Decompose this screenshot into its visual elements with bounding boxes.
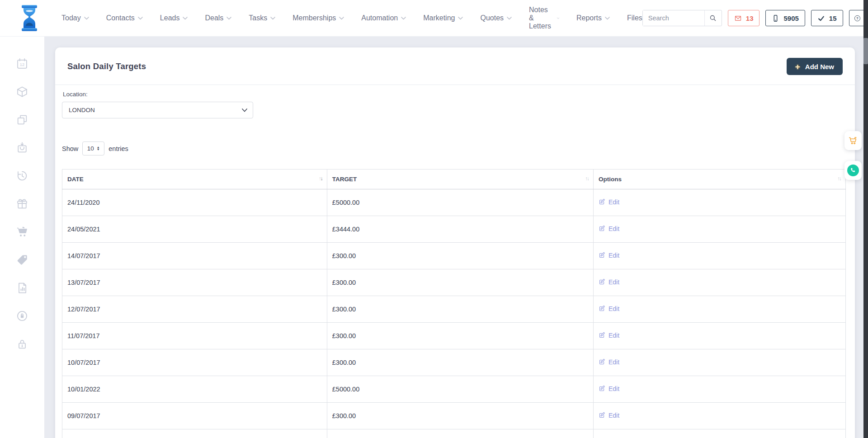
table-row: 09/07/2017 £300.00 Edit (62, 403, 846, 429)
app-logo-icon (20, 5, 39, 32)
calendar-icon[interactable]: 12 (16, 57, 28, 70)
edit-link[interactable]: Edit (599, 385, 619, 392)
tasks-count: 15 (829, 14, 837, 22)
nav-item-notes-letters[interactable]: Notes & Letters (529, 6, 559, 30)
targets-table-body: 24/11/2020 £5000.00 Edit 24/05/2021 £344… (62, 189, 846, 438)
target-cell: £300.00 (327, 296, 593, 323)
nav-item-automation[interactable]: Automation (361, 14, 406, 22)
edit-icon (599, 198, 605, 205)
edit-link[interactable]: Edit (599, 225, 619, 232)
top-header: Today Contacts Leads Deals Tasks Members… (0, 0, 863, 37)
nav-item-files[interactable]: Files (627, 14, 642, 22)
add-new-button[interactable]: + Add New (787, 58, 843, 75)
column-header-options[interactable]: Options ↑↓ (593, 170, 845, 189)
edit-icon (599, 305, 605, 312)
spinner-icon: ▲▼ (97, 146, 100, 151)
edit-icon (599, 412, 605, 419)
entries-length-control: Show 10 ▲▼ entries (62, 141, 846, 155)
header-actions: 13 5905 15 ? LONDON SUPPORT (642, 8, 868, 28)
mail-icon (734, 14, 742, 22)
account-lock-icon[interactable] (16, 310, 28, 322)
floating-cart-button[interactable] (844, 131, 862, 150)
floating-phone-button[interactable] (844, 161, 862, 180)
cart-icon (848, 136, 858, 146)
date-cell: 24/05/2021 (62, 216, 327, 243)
edit-link[interactable]: Edit (599, 332, 619, 339)
target-cell: £300.00 (327, 323, 593, 349)
options-cell: Edit (593, 216, 845, 243)
nav-item-deals[interactable]: Deals (205, 14, 231, 22)
cart-icon[interactable] (16, 226, 28, 238)
table-row: 10/07/2017 £300.00 Edit (62, 349, 846, 376)
edit-link[interactable]: Edit (599, 278, 619, 286)
options-cell: Edit (593, 403, 845, 429)
date-cell: 10/01/2022 (62, 376, 327, 403)
edit-icon (599, 252, 605, 259)
table-row: 14/07/2017 £300.00 Edit (62, 243, 846, 269)
date-cell: 09/01/2022 (62, 429, 327, 438)
nav-item-leads[interactable]: Leads (160, 14, 188, 22)
package-icon[interactable] (16, 85, 28, 98)
sidebar: 12 (0, 37, 44, 438)
nav-item-today[interactable]: Today (61, 14, 89, 22)
options-cell: Edit (593, 349, 845, 376)
entries-select[interactable]: 10 ▲▼ (82, 141, 104, 155)
date-cell: 24/11/2020 (62, 189, 327, 216)
column-header-target[interactable]: TARGET ↑↓ (327, 170, 593, 189)
mail-badge[interactable]: 13 (728, 10, 760, 26)
salon-daily-targets-card: Salon Daily Targets + Add New Location: … (55, 47, 855, 438)
sort-icon: ↑↓ (585, 176, 589, 181)
phone-icon (847, 165, 859, 176)
page-scrollbar[interactable] (863, 0, 868, 438)
table-row: 24/05/2021 £3444.00 Edit (62, 216, 846, 243)
main-nav: Today Contacts Leads Deals Tasks Members… (61, 6, 642, 30)
options-cell: Edit (593, 376, 845, 403)
options-cell: Edit (593, 189, 845, 216)
search-button[interactable] (704, 10, 722, 26)
column-header-date[interactable]: DATE ↑↓ (62, 170, 327, 189)
edit-link[interactable]: Edit (599, 412, 619, 419)
location-label: Location: (63, 91, 846, 98)
edit-link[interactable]: Edit (599, 252, 619, 259)
tag-icon[interactable] (16, 254, 28, 266)
search-box (642, 10, 722, 26)
edit-link[interactable]: Edit (599, 358, 619, 366)
history-icon[interactable] (16, 170, 28, 182)
nav-item-contacts[interactable]: Contacts (106, 14, 143, 22)
target-cell: £300.00 (327, 269, 593, 296)
plus-icon: + (795, 62, 800, 71)
date-cell: 12/07/2017 (62, 296, 327, 323)
table-header-row: DATE ↑↓ TARGET ↑↓ Options ↑↓ (62, 170, 846, 189)
target-cell: £5000.00 (327, 189, 593, 216)
search-input[interactable] (643, 10, 704, 26)
edit-link[interactable]: Edit (599, 198, 619, 206)
svg-text:12: 12 (20, 62, 24, 67)
location-select[interactable]: LONDON (62, 102, 253, 118)
chevron-down-icon (339, 17, 344, 20)
date-cell: 14/07/2017 (62, 243, 327, 269)
options-cell: Edit (593, 429, 845, 438)
tasks-badge[interactable]: 15 (811, 10, 843, 26)
lock-icon[interactable] (16, 338, 28, 350)
chevron-down-icon (183, 17, 188, 20)
nav-item-marketing[interactable]: Marketing (423, 14, 463, 22)
table-row: 12/07/2017 £300.00 Edit (62, 296, 846, 323)
nav-item-quotes[interactable]: Quotes (480, 14, 512, 22)
show-label: Show (62, 145, 78, 152)
nav-item-tasks[interactable]: Tasks (249, 14, 275, 22)
scrollbar-thumb[interactable] (863, 38, 868, 64)
report-icon[interactable] (16, 282, 28, 294)
chevron-down-icon (507, 17, 512, 20)
chevron-down-icon (226, 17, 231, 20)
svg-text:?: ? (856, 16, 859, 20)
edit-link[interactable]: Edit (599, 305, 619, 312)
shopping-bag-icon[interactable] (16, 141, 28, 154)
copy-icon[interactable] (16, 113, 28, 126)
help-badge[interactable]: ? (849, 10, 866, 26)
nav-item-memberships[interactable]: Memberships (292, 14, 344, 22)
phone-badge[interactable]: 5905 (765, 10, 805, 26)
options-cell: Edit (593, 269, 845, 296)
gift-icon[interactable] (16, 198, 28, 210)
nav-item-reports[interactable]: Reports (576, 14, 610, 22)
sort-icon: ↑↓ (838, 176, 841, 181)
